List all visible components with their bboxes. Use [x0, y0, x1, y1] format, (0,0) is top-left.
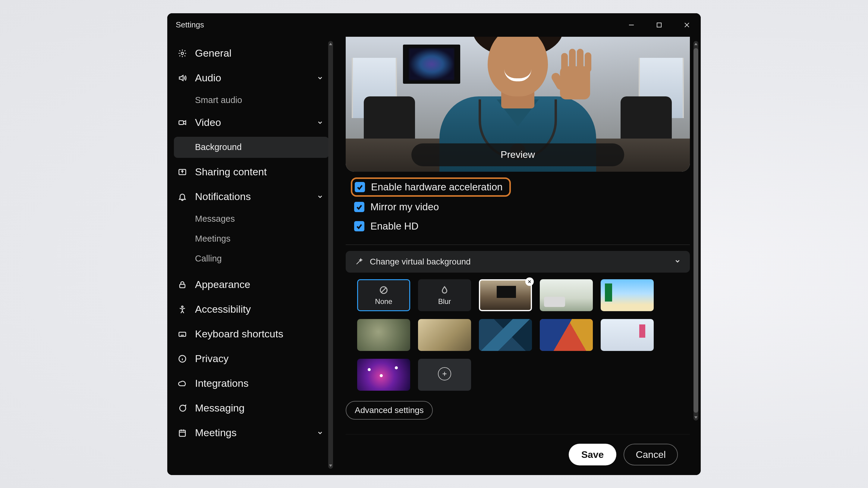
panel-title: Change virtual background [370, 257, 471, 267]
svg-point-8 [182, 306, 183, 307]
bg-tile-space[interactable] [357, 359, 410, 391]
blur-icon [439, 285, 450, 295]
bg-tile-none[interactable]: None [357, 279, 410, 311]
maximize-button[interactable] [645, 13, 673, 37]
sidebar-item-notifications[interactable]: Notifications [174, 184, 329, 209]
sidebar-item-label: Smart audio [195, 95, 242, 105]
gear-icon [176, 47, 188, 59]
advanced-settings-button[interactable]: Advanced settings [346, 401, 433, 420]
remove-background-button[interactable] [525, 278, 534, 286]
sidebar-item-accessibility[interactable]: Accessibility [174, 297, 329, 322]
sidebar-item-general[interactable]: General [174, 41, 329, 66]
chevron-down-icon [317, 427, 323, 438]
scroll-up-icon[interactable] [693, 41, 698, 46]
sidebar-item-label: Notifications [195, 191, 251, 202]
checkbox-enable-hd[interactable]: Enable HD [352, 219, 690, 234]
video-camera-icon [176, 117, 188, 129]
bg-tile-meeting-room[interactable] [479, 279, 532, 311]
preview-button-label: Preview [501, 149, 535, 160]
close-button[interactable] [673, 13, 701, 37]
svg-marker-22 [329, 464, 332, 467]
settings-sidebar: General Audio Smart audio [167, 37, 335, 475]
chevron-down-icon [317, 72, 323, 84]
sidebar-item-audio[interactable]: Audio [174, 66, 329, 90]
bg-tile-nature-blurred[interactable] [357, 319, 410, 351]
svg-rect-17 [179, 430, 185, 436]
bg-tile-office[interactable] [601, 319, 654, 351]
save-button[interactable]: Save [569, 444, 617, 465]
chevron-down-icon [317, 191, 323, 202]
main-panel: Preview Enable hardware acceleration [335, 37, 701, 475]
sidebar-item-label: Integrations [195, 378, 249, 389]
sidebar-subitem-background[interactable]: Background [174, 137, 329, 158]
calendar-icon [176, 427, 188, 439]
svg-marker-21 [329, 43, 332, 45]
svg-marker-30 [694, 416, 698, 419]
button-label: Cancel [636, 449, 666, 460]
svg-point-4 [181, 52, 184, 55]
checkbox-mirror-my-video[interactable]: Mirror my video [352, 199, 690, 215]
sidebar-item-meetings[interactable]: Meetings [174, 421, 329, 445]
sidebar-item-label: Privacy [195, 353, 228, 364]
svg-marker-29 [694, 43, 698, 45]
checkbox-icon [354, 221, 364, 231]
sidebar-item-appearance[interactable]: Appearance [174, 272, 329, 297]
svg-rect-1 [657, 23, 661, 27]
sidebar-item-keyboard-shortcuts[interactable]: Keyboard shortcuts [174, 322, 329, 347]
plus-icon [438, 367, 451, 381]
sidebar-item-label: Sharing content [195, 166, 267, 178]
sidebar-subitem-smart-audio[interactable]: Smart audio [174, 90, 329, 110]
bg-tile-mountains[interactable] [479, 319, 532, 351]
sidebar-item-integrations[interactable]: Integrations [174, 371, 329, 396]
bg-tile-geometric[interactable] [540, 319, 593, 351]
speaker-icon [176, 72, 188, 84]
cancel-button[interactable]: Cancel [624, 444, 678, 465]
scroll-down-icon[interactable] [693, 415, 698, 420]
checkbox-label: Mirror my video [370, 201, 439, 213]
sidebar-item-label: Background [195, 142, 242, 152]
tile-label: Blur [438, 297, 451, 306]
checkbox-enable-hardware-acceleration[interactable]: Enable hardware acceleration [352, 179, 509, 195]
scroll-down-icon[interactable] [328, 463, 333, 468]
svg-rect-9 [179, 332, 186, 336]
sidebar-item-label: Video [195, 117, 221, 128]
sidebar-item-label: Messaging [195, 402, 244, 414]
window-controls [618, 13, 701, 37]
chevron-down-icon [317, 117, 323, 128]
lock-icon [176, 279, 188, 291]
sidebar-item-messaging[interactable]: Messaging [174, 396, 329, 421]
accessibility-icon [176, 303, 188, 315]
sidebar-item-label: Calling [195, 254, 222, 264]
sidebar-scrollbar[interactable] [328, 41, 333, 469]
tile-label: None [375, 297, 392, 306]
sidebar-item-label: Messages [195, 214, 235, 224]
sidebar-item-privacy[interactable]: Privacy [174, 347, 329, 371]
minimize-button[interactable] [618, 13, 645, 37]
bg-tile-blur[interactable]: Blur [418, 279, 471, 311]
change-virtual-background-panel[interactable]: Change virtual background [346, 251, 690, 272]
scroll-thumb[interactable] [693, 48, 698, 413]
sidebar-item-video[interactable]: Video [174, 110, 329, 135]
preview-button[interactable]: Preview [411, 143, 624, 166]
none-icon [378, 285, 389, 295]
bg-tile-add[interactable] [418, 359, 471, 391]
sidebar-item-sharing-content[interactable]: Sharing content [174, 160, 329, 184]
sidebar-subitem-meetings[interactable]: Meetings [174, 229, 329, 249]
checkbox-icon [354, 202, 364, 212]
bg-tile-living-room[interactable] [540, 279, 593, 311]
main-scrollbar[interactable] [693, 41, 698, 421]
sidebar-subitem-messages[interactable]: Messages [174, 209, 329, 229]
sidebar-subitem-calling[interactable]: Calling [174, 249, 329, 269]
svg-rect-5 [179, 121, 184, 124]
bg-tile-warm-room[interactable] [418, 319, 471, 351]
cloud-icon [176, 378, 188, 390]
sidebar-item-label: Meetings [195, 427, 237, 438]
svg-rect-7 [180, 284, 185, 287]
sidebar-item-label: Keyboard shortcuts [195, 328, 283, 340]
checkbox-label: Enable HD [370, 221, 418, 232]
scroll-up-icon[interactable] [328, 41, 333, 46]
footer: Save Cancel [346, 434, 690, 475]
settings-window: Settings [167, 13, 701, 475]
bg-tile-beach[interactable] [601, 279, 654, 311]
sidebar-item-label: Appearance [195, 279, 250, 290]
